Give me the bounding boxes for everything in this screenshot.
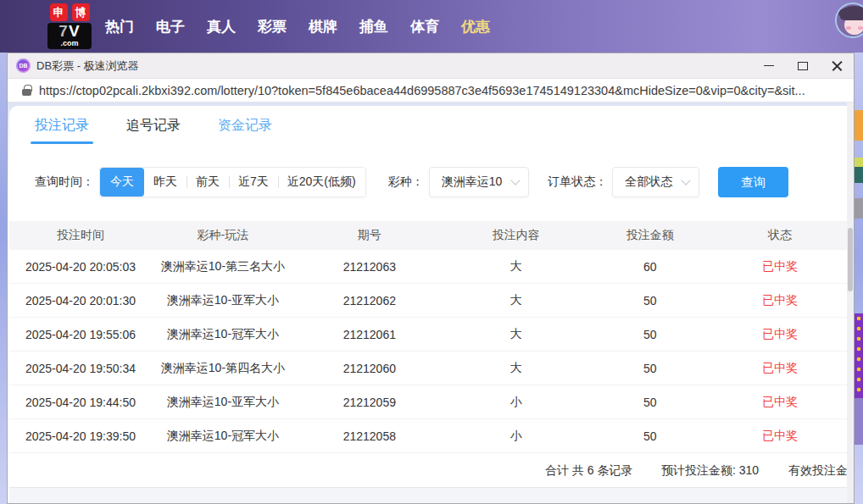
- maximize-icon: [798, 62, 808, 70]
- query-time-label: 查询时间：: [35, 174, 94, 190]
- table-row: 2025-04-20 20:01:30 澳洲幸运10-亚军大小 21212062…: [9, 284, 847, 318]
- background-widget-orange: [855, 110, 863, 141]
- time-today-button[interactable]: 今天: [100, 168, 144, 197]
- cell-issue: 21212060: [294, 362, 445, 375]
- time-yesterday-button[interactable]: 昨天: [144, 168, 187, 197]
- total-records-text: 合计 共 6 条记录: [545, 453, 632, 488]
- cell-bet-amount: 50: [587, 294, 713, 307]
- minimize-icon: [764, 65, 774, 66]
- status-badge: 已中奖: [713, 293, 847, 308]
- nav-item-lottery[interactable]: 彩票: [258, 17, 287, 36]
- status-badge: 已中奖: [713, 327, 847, 342]
- cell-lottery-play: 澳洲幸运10-冠军大小: [152, 429, 294, 444]
- logo-chip-shen: 申: [50, 3, 68, 21]
- valid-bet-amount-text: 有效投注金额: [788, 453, 847, 488]
- table-row: 2025-04-20 19:55:06 澳洲幸运10-冠军大小 21212061…: [9, 318, 847, 352]
- nav-item-promotions[interactable]: 优惠: [461, 17, 490, 36]
- cell-bet-amount: 50: [587, 328, 713, 341]
- column-bet-amount: 投注金额: [587, 228, 713, 243]
- browser-urlbar: https://ctop02pcali.2kbxi392.com/lottery…: [8, 79, 854, 102]
- time-last-20-days-button[interactable]: 近20天(低频): [278, 168, 365, 197]
- column-issue: 期号: [294, 228, 445, 243]
- cell-bet-content: 大: [445, 361, 587, 376]
- cell-bet-time: 2025-04-20 19:44:50: [9, 396, 152, 409]
- records-panel: 投注记录 追号记录 资金记录 查询时间： 今天 昨天 前天 近7天 近20天(低…: [9, 106, 847, 503]
- cell-issue: 21212062: [294, 294, 445, 307]
- browser-window: DB DB彩票 - 极速浏览器 https://ctop02pcali.2kbx…: [7, 53, 855, 504]
- logo-com: .com: [47, 40, 92, 47]
- status-badge: 已中奖: [713, 395, 847, 410]
- scrollbar-thumb[interactable]: [848, 228, 853, 291]
- expected-bet-amount-text: 预计投注金额: 310: [661, 453, 759, 488]
- status-badge: 已中奖: [713, 361, 847, 376]
- lock-icon[interactable]: [22, 89, 31, 96]
- cell-issue: 21212059: [294, 396, 445, 409]
- cell-lottery-play: 澳洲幸运10-亚军大小: [152, 395, 294, 410]
- tab-bet-records[interactable]: 投注记录: [35, 106, 89, 145]
- lottery-select[interactable]: 澳洲幸运10: [429, 167, 530, 197]
- maximize-button[interactable]: [786, 53, 820, 78]
- nav-item-slots[interactable]: 电子: [156, 17, 185, 36]
- tab-fund-records[interactable]: 资金记录: [218, 106, 272, 145]
- lottery-type-label: 彩种：: [388, 174, 424, 190]
- tab-chase-records[interactable]: 追号记录: [126, 106, 181, 145]
- nav-item-sports[interactable]: 体育: [410, 17, 439, 36]
- window-controls: [752, 53, 854, 78]
- order-status-select[interactable]: 全部状态: [612, 167, 699, 197]
- table-row: 2025-04-20 19:44:50 澳洲幸运10-亚军大小 21212059…: [9, 385, 847, 419]
- cell-bet-time: 2025-04-20 20:01:30: [9, 294, 152, 307]
- cell-bet-amount: 50: [587, 362, 713, 375]
- cell-lottery-play: 澳洲幸运10-亚军大小: [152, 293, 294, 308]
- cell-lottery-play: 澳洲幸运10-第四名大小: [152, 361, 294, 376]
- page-background-right: [855, 53, 863, 504]
- avatar-blush-right: [858, 26, 863, 30]
- column-status: 状态: [713, 228, 847, 243]
- status-badge: 已中奖: [713, 429, 847, 444]
- site-logo[interactable]: 申 博 7V .com: [47, 3, 92, 49]
- nav-item-fishing[interactable]: 捕鱼: [359, 17, 388, 36]
- site-favicon-icon: DB: [16, 58, 31, 73]
- cell-lottery-play: 澳洲幸运10-第三名大小: [152, 259, 294, 274]
- logo-7: 7: [58, 22, 69, 40]
- column-bet-content: 投注内容: [445, 228, 587, 243]
- url-text[interactable]: https://ctop02pcali.2kbxi392.com/lottery…: [39, 84, 805, 97]
- search-button[interactable]: 查询: [718, 167, 788, 197]
- order-status-label: 订单状态：: [548, 174, 607, 190]
- time-last-7-days-button[interactable]: 近7天: [229, 168, 278, 197]
- cell-bet-content: 小: [445, 429, 587, 444]
- background-widget-teal: [855, 167, 863, 183]
- nav-item-live[interactable]: 真人: [207, 17, 236, 36]
- lottery-select-value: 澳洲幸运10: [442, 174, 503, 190]
- scrollbar[interactable]: [847, 102, 854, 503]
- cell-bet-time: 2025-04-20 20:05:03: [9, 260, 152, 274]
- minimize-button[interactable]: [752, 53, 786, 78]
- time-day-before-button[interactable]: 前天: [187, 168, 229, 197]
- chevron-down-icon: [682, 175, 691, 185]
- table-row: 2025-04-20 20:05:03 澳洲幸运10-第三名大小 2121206…: [9, 250, 847, 284]
- background-widget-purple-dots: [855, 313, 863, 398]
- close-button[interactable]: [820, 53, 854, 78]
- cell-bet-content: 大: [445, 327, 587, 342]
- cell-issue: 21212058: [294, 429, 445, 443]
- cell-lottery-play: 澳洲幸运10-冠军大小: [152, 327, 294, 342]
- user-avatar[interactable]: [835, 3, 863, 38]
- browser-titlebar[interactable]: DB DB彩票 - 极速浏览器: [8, 53, 854, 79]
- tab-bar: 投注记录 追号记录 资金记录: [9, 106, 847, 145]
- status-badge: 已中奖: [713, 259, 847, 274]
- order-status-value: 全部状态: [625, 174, 672, 190]
- time-range-group: 今天 昨天 前天 近7天 近20天(低频): [99, 167, 366, 197]
- cell-bet-content: 大: [445, 293, 587, 308]
- nav-item-board-games[interactable]: 棋牌: [309, 17, 337, 36]
- cell-bet-time: 2025-04-20 19:39:50: [9, 429, 152, 443]
- table-header: 投注时间 彩种-玩法 期号 投注内容 投注金额 状态: [9, 221, 847, 250]
- cell-bet-content: 大: [445, 259, 587, 274]
- column-bet-time: 投注时间: [9, 228, 152, 243]
- browser-viewport: 投注记录 追号记录 资金记录 查询时间： 今天 昨天 前天 近7天 近20天(低…: [8, 102, 854, 503]
- site-nav: 热门 电子 真人 彩票 棋牌 捕鱼 体育 优惠: [105, 17, 490, 36]
- filter-bar: 查询时间： 今天 昨天 前天 近7天 近20天(低频) 彩种： 澳洲幸运10 订…: [9, 167, 847, 197]
- logo-v: V: [69, 22, 81, 40]
- window-title: DB彩票 - 极速浏览器: [36, 58, 139, 74]
- avatar-bun-left: [838, 9, 846, 17]
- logo-chip-bo: 博: [72, 3, 90, 21]
- nav-item-hot[interactable]: 热门: [105, 17, 134, 36]
